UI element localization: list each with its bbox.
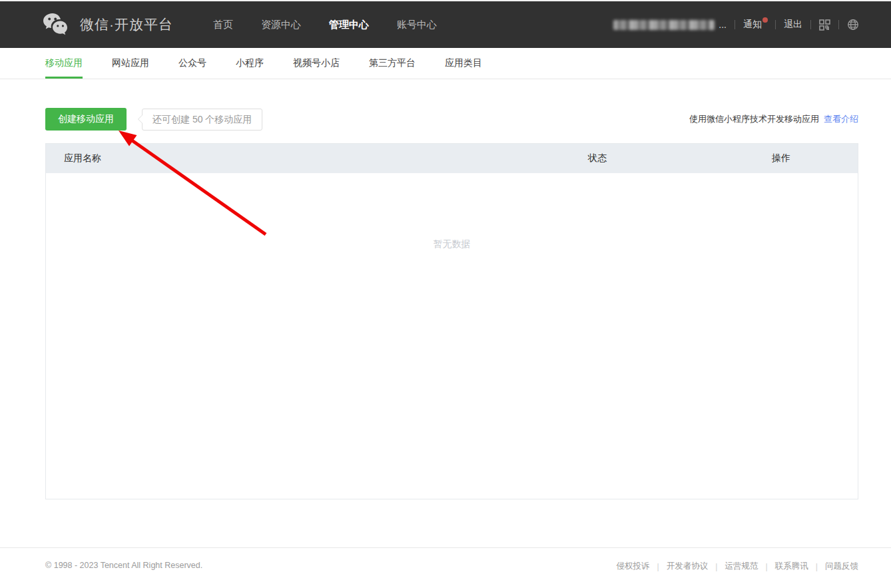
divider: | bbox=[657, 562, 659, 571]
brand-home-link[interactable]: 微信·开放平台 bbox=[41, 12, 173, 37]
app-type-tabbar: 移动应用 网站应用 公众号 小程序 视频号小店 第三方平台 应用类目 bbox=[0, 48, 891, 79]
qr-code-icon[interactable] bbox=[819, 19, 830, 31]
tab-app-category[interactable]: 应用类目 bbox=[445, 48, 482, 79]
tab-website-app[interactable]: 网站应用 bbox=[112, 48, 149, 79]
logout-link[interactable]: 退出 bbox=[784, 19, 802, 31]
footer-link-feedback[interactable]: 问题反馈 bbox=[825, 561, 858, 572]
app-list-table: 应用名称 状态 操作 暂无数据 bbox=[45, 143, 858, 499]
account-area: ... 通知 退出 bbox=[613, 19, 859, 31]
create-mobile-app-button[interactable]: 创建移动应用 bbox=[45, 108, 127, 131]
nav-item-home[interactable]: 首页 bbox=[213, 19, 233, 31]
miniprogram-tech-hint: 使用微信小程序技术开发移动应用查看介绍 bbox=[689, 113, 858, 125]
column-header-action: 操作 bbox=[772, 152, 858, 164]
column-header-app-name: 应用名称 bbox=[46, 152, 588, 164]
divider bbox=[775, 20, 776, 29]
nav-item-resource-center[interactable]: 资源中心 bbox=[261, 19, 301, 31]
view-introduction-link[interactable]: 查看介绍 bbox=[824, 114, 858, 124]
tab-channels-shop[interactable]: 视频号小店 bbox=[293, 48, 340, 79]
divider: | bbox=[715, 562, 717, 571]
column-header-status: 状态 bbox=[588, 152, 772, 164]
wechat-logo-icon bbox=[41, 12, 72, 37]
table-header-row: 应用名称 状态 操作 bbox=[46, 144, 858, 173]
divider: | bbox=[816, 562, 818, 571]
quota-remaining-note: 还可创建 50 个移动应用 bbox=[142, 109, 262, 131]
hint-text: 使用微信小程序技术开发移动应用 bbox=[689, 114, 819, 124]
tab-mini-program[interactable]: 小程序 bbox=[236, 48, 264, 79]
copyright-text: © 1998 - 2023 Tencent All Right Reserved… bbox=[45, 561, 202, 570]
empty-state-text: 暂无数据 bbox=[434, 238, 471, 250]
divider bbox=[735, 20, 735, 29]
tab-official-account[interactable]: 公众号 bbox=[178, 48, 206, 79]
table-body: 暂无数据 bbox=[46, 173, 858, 250]
tab-mobile-app[interactable]: 移动应用 bbox=[45, 48, 83, 79]
page-footer: © 1998 - 2023 Tencent All Right Reserved… bbox=[0, 547, 891, 588]
nav-item-account-center[interactable]: 账号中心 bbox=[397, 19, 437, 31]
divider: | bbox=[766, 562, 768, 571]
footer-link-contact-tencent[interactable]: 联系腾讯 bbox=[775, 561, 808, 572]
footer-link-infringement-complaint[interactable]: 侵权投诉 bbox=[617, 561, 650, 572]
footer-link-developer-agreement[interactable]: 开发者协议 bbox=[667, 561, 709, 572]
language-globe-icon[interactable] bbox=[847, 19, 859, 31]
notifications-link[interactable]: 通知 bbox=[743, 19, 767, 31]
main-nav: 首页 资源中心 管理中心 账号中心 bbox=[213, 19, 437, 31]
footer-link-operation-rules[interactable]: 运营规范 bbox=[725, 561, 758, 572]
account-name-ellipsis: ... bbox=[719, 19, 727, 30]
top-header: 微信·开放平台 首页 资源中心 管理中心 账号中心 ... 通知 退出 bbox=[0, 1, 891, 48]
nav-item-management-center[interactable]: 管理中心 bbox=[329, 19, 369, 31]
brand-title: 微信·开放平台 bbox=[80, 15, 173, 34]
tab-third-party-platform[interactable]: 第三方平台 bbox=[369, 48, 416, 79]
divider bbox=[810, 20, 811, 29]
account-name-redacted[interactable] bbox=[613, 20, 715, 30]
footer-links: 侵权投诉 | 开发者协议 | 运营规范 | 联系腾讯 | 问题反馈 bbox=[617, 561, 859, 572]
notification-dot-icon bbox=[762, 17, 768, 23]
toolbar: 创建移动应用 还可创建 50 个移动应用 使用微信小程序技术开发移动应用查看介绍 bbox=[45, 108, 858, 131]
divider bbox=[838, 20, 839, 29]
wechat-open-platform-page: 微信·开放平台 首页 资源中心 管理中心 账号中心 ... 通知 退出 bbox=[0, 0, 891, 588]
